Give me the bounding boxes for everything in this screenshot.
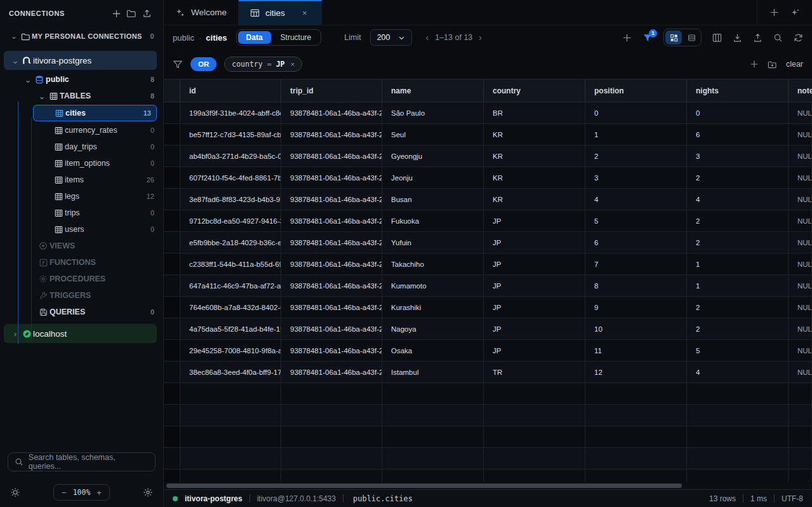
row-selector-cell[interactable]	[164, 318, 180, 340]
sidebar-item-queries[interactable]: QUERIES0	[0, 304, 163, 320]
row-selector-cell[interactable]	[164, 297, 180, 318]
new-folder-button[interactable]	[124, 6, 139, 21]
prev-page-button[interactable]: ‹	[426, 32, 429, 43]
table-row[interactable]: 199a3f9f-31be-4024-abff-c8e33d593878481-…	[164, 102, 812, 124]
sidebar-item-views[interactable]: VIEWS	[0, 238, 163, 254]
table-cell[interactable]: JP	[484, 318, 585, 340]
row-selector-cell[interactable]	[164, 362, 180, 383]
table-row[interactable]: 607f2410-f54c-4fed-8861-7b044293878481-0…	[164, 167, 812, 189]
table-cell[interactable]: 2	[687, 318, 789, 340]
row-selector-cell[interactable]	[164, 145, 180, 167]
sidebar-item-public[interactable]: ⌄public8	[0, 71, 163, 88]
table-cell[interactable]: Seul	[382, 124, 484, 145]
table-cell[interactable]: 9	[585, 297, 687, 318]
row-selector-cell[interactable]	[164, 167, 180, 189]
table-cell[interactable]: 199a3f9f-31be-4024-abff-c8e33d5	[180, 102, 281, 124]
table-cell[interactable]: 29e45258-7008-4810-9f8a-a1590	[180, 340, 281, 362]
table-cell[interactable]: JP	[484, 340, 585, 362]
sidebar-item-localhost[interactable]: › localhost	[4, 324, 157, 343]
sidebar-item-users[interactable]: users0	[0, 221, 163, 238]
sidebar-item-tables[interactable]: ⌄TABLES8	[0, 88, 163, 104]
sidebar-item-legs[interactable]: legs12	[0, 188, 163, 205]
row-selector-cell[interactable]	[164, 275, 180, 297]
table-cell[interactable]: Istambul	[382, 362, 484, 383]
settings-button[interactable]	[143, 487, 153, 497]
column-header-country[interactable]: country	[484, 79, 585, 102]
sidebar-item-procedures[interactable]: PROCEDURES	[0, 271, 163, 287]
table-cell[interactable]: 93878481-06a1-46ba-a43f-26a79	[281, 102, 382, 124]
column-header-notes[interactable]: notes	[789, 79, 812, 102]
table-row[interactable]: 29e45258-7008-4810-9f8a-a159093878481-06…	[164, 340, 812, 362]
horizontal-scrollbar[interactable]	[164, 482, 812, 489]
table-cell[interactable]: 2	[687, 232, 789, 254]
table-cell[interactable]: 93878481-06a1-46ba-a43f-26a79	[281, 167, 382, 189]
table-cell[interactable]: 9712bc8d-ea50-4927-9416-316e3	[180, 210, 281, 232]
table-cell[interactable]: 93878481-06a1-46ba-a43f-26a79	[281, 297, 382, 318]
chevron-right-icon[interactable]: ›	[10, 329, 20, 339]
row-selector-cell[interactable]	[164, 232, 180, 254]
clear-filters-button[interactable]: clear	[786, 60, 803, 69]
table-cell[interactable]: be57ff12-c7d3-4135-89af-cb8138	[180, 124, 281, 145]
table-cell[interactable]: NULL	[789, 275, 812, 297]
table-cell[interactable]: 3e87fad6-8f83-423d-b4b3-97956	[180, 189, 281, 210]
refresh-button[interactable]	[794, 33, 803, 43]
table-cell[interactable]: 2	[585, 145, 687, 167]
table-cell[interactable]: JP	[484, 232, 585, 254]
row-selector-cell[interactable]	[164, 210, 180, 232]
column-header-name[interactable]: name	[382, 79, 484, 102]
table-cell[interactable]: NULL	[789, 297, 812, 318]
sidebar-item-day-trips[interactable]: day_trips0	[0, 139, 163, 155]
table-cell[interactable]: e5fb9bbe-2a18-4029-b36c-e5553	[180, 232, 281, 254]
upload-button[interactable]	[753, 33, 762, 43]
table-cell[interactable]: NULL	[789, 210, 812, 232]
table-cell[interactable]: NULL	[789, 145, 812, 167]
sidebar-item-my-personal-connections[interactable]: ⌄MY PERSONAL CONNECTIONS0	[0, 28, 163, 44]
tab-data[interactable]: Data	[238, 31, 271, 44]
table-row[interactable]: be57ff12-c7d3-4135-89af-cb813893878481-0…	[164, 124, 812, 145]
table-cell[interactable]: 1	[585, 124, 687, 145]
table-cell[interactable]: KR	[484, 189, 585, 210]
chevron-down-icon[interactable]: ⌄	[9, 32, 19, 41]
table-cell[interactable]: KR	[484, 145, 585, 167]
sidebar-item-item-options[interactable]: item_options0	[0, 155, 163, 172]
table-cell[interactable]: 8	[585, 275, 687, 297]
table-cell[interactable]: 1	[687, 275, 789, 297]
table-cell[interactable]: 2	[687, 210, 789, 232]
sidebar-item-itivora-postgres[interactable]: ⌄itivora-postgres	[4, 51, 157, 70]
table-row[interactable]: ab4bf0a3-271d-4b29-ba5c-0ecf8f93878481-0…	[164, 145, 812, 167]
table-cell[interactable]: 3	[687, 145, 789, 167]
limit-select[interactable]: 200	[370, 29, 412, 46]
sidebar-item-items[interactable]: items26	[0, 172, 163, 188]
download-button[interactable]	[733, 33, 742, 43]
tab-welcome[interactable]: Welcome	[164, 0, 239, 25]
table-cell[interactable]: Kurashiki	[382, 297, 484, 318]
columns-button[interactable]	[712, 33, 722, 43]
next-page-button[interactable]: ›	[479, 32, 482, 43]
row-selector-cell[interactable]	[164, 102, 180, 124]
chevron-down-icon[interactable]: ⌄	[23, 75, 33, 84]
filter-chip-country[interactable]: country = JP ×	[224, 57, 302, 72]
table-cell[interactable]: 38ec86a8-3eed-4f0a-bff9-17c764	[180, 362, 281, 383]
zoom-out-button[interactable]: −	[62, 488, 67, 497]
table-cell[interactable]: NULL	[789, 124, 812, 145]
table-row[interactable]: 764e608b-a7a8-432d-8402-01cb93878481-06a…	[164, 297, 812, 318]
table-cell[interactable]: JP	[484, 275, 585, 297]
table-cell[interactable]: JP	[484, 297, 585, 318]
filter-operator-pill[interactable]: OR	[190, 57, 216, 71]
add-connection-button[interactable]	[109, 6, 124, 21]
sidebar-item-functions[interactable]: FUNCTIONS	[0, 254, 163, 271]
tab-structure[interactable]: Structure	[272, 31, 320, 44]
table-cell[interactable]: 4	[687, 362, 789, 383]
table-cell[interactable]: NULL	[789, 189, 812, 210]
table-cell[interactable]: NULL	[789, 318, 812, 340]
grid-view-button[interactable]	[665, 30, 682, 44]
table-cell[interactable]: 10	[585, 318, 687, 340]
table-cell[interactable]: 12	[585, 362, 687, 383]
tab-cities[interactable]: cities ×	[239, 0, 322, 25]
row-selector-cell[interactable]	[164, 340, 180, 362]
table-row[interactable]: 647a411c-46c9-47ba-af72-a158a93878481-06…	[164, 275, 812, 297]
table-cell[interactable]: Jeonju	[382, 167, 484, 189]
table-cell[interactable]: Gyeongju	[382, 145, 484, 167]
table-row[interactable]: 9712bc8d-ea50-4927-9416-316e393878481-06…	[164, 210, 812, 232]
add-filter-button[interactable]	[750, 60, 759, 69]
